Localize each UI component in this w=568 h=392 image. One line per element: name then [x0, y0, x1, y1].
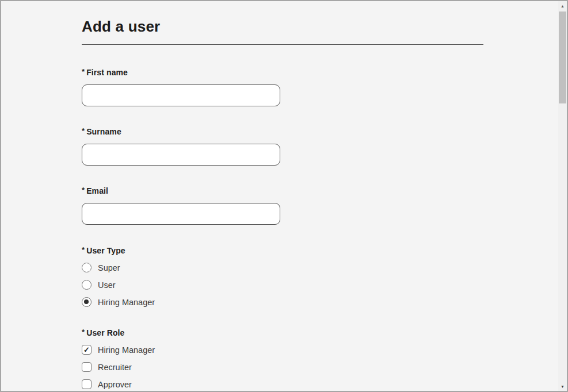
checkbox-label: Recruiter [98, 363, 132, 372]
radio-option-user[interactable]: User [82, 280, 485, 290]
first-name-input[interactable] [82, 84, 280, 106]
user-role-group: *User Role ✓ Hiring Manager ✓ Recruiter … [82, 328, 485, 389]
radio-option-hiring-manager[interactable]: Hiring Manager [82, 297, 485, 307]
first-name-group: *First name [82, 67, 485, 106]
radio-button[interactable] [82, 297, 92, 307]
surname-input[interactable] [82, 144, 280, 166]
surname-label: *Surname [82, 126, 485, 136]
user-role-label: *User Role [82, 328, 485, 337]
surname-group: *Surname [82, 126, 485, 166]
email-input[interactable] [82, 203, 280, 225]
title-divider [82, 44, 483, 45]
checkbox[interactable]: ✓ [82, 362, 92, 372]
radio-label: User [98, 280, 116, 290]
checkbox-label: Approver [98, 380, 132, 389]
checkbox-option-hiring-manager[interactable]: ✓ Hiring Manager [82, 345, 485, 355]
email-label-text: Email [86, 186, 108, 195]
first-name-label: *First name [82, 67, 485, 77]
first-name-label-text: First name [86, 68, 128, 77]
user-type-group: *User Type Super User Hiring Manager [82, 245, 485, 307]
user-type-label-text: User Type [86, 246, 125, 255]
required-marker: * [82, 126, 85, 135]
add-user-window: Add a user *First name *Surname *Email *… [0, 0, 568, 392]
add-user-form: Add a user *First name *Surname *Email *… [82, 1, 485, 389]
email-label: *Email [82, 186, 485, 195]
vertical-scrollbar[interactable]: ▲ ▼ [558, 1, 567, 391]
user-type-label: *User Type [82, 245, 485, 255]
user-role-options: ✓ Hiring Manager ✓ Recruiter ✓ Approver [82, 345, 485, 389]
check-icon: ✓ [83, 346, 90, 353]
radio-button[interactable] [82, 280, 92, 290]
checkbox-option-recruiter[interactable]: ✓ Recruiter [82, 362, 485, 372]
email-group: *Email [82, 186, 485, 225]
scroll-down-icon[interactable]: ▼ [558, 382, 567, 391]
scrollbar-thumb[interactable] [559, 11, 566, 103]
checkbox-option-approver[interactable]: ✓ Approver [82, 379, 485, 389]
scroll-up-icon[interactable]: ▲ [558, 1, 567, 10]
radio-label: Super [98, 263, 120, 272]
required-marker: * [82, 186, 85, 194]
checkbox[interactable]: ✓ [82, 345, 92, 355]
radio-button[interactable] [82, 263, 92, 272]
required-marker: * [82, 328, 85, 336]
page-title: Add a user [82, 18, 485, 36]
checkbox[interactable]: ✓ [82, 379, 92, 389]
required-marker: * [82, 67, 85, 76]
user-type-options: Super User Hiring Manager [82, 263, 485, 307]
radio-option-super[interactable]: Super [82, 263, 485, 272]
required-marker: * [82, 245, 85, 254]
surname-label-text: Surname [86, 127, 121, 136]
radio-label: Hiring Manager [98, 298, 155, 307]
checkbox-label: Hiring Manager [98, 345, 155, 355]
user-role-label-text: User Role [86, 328, 124, 337]
